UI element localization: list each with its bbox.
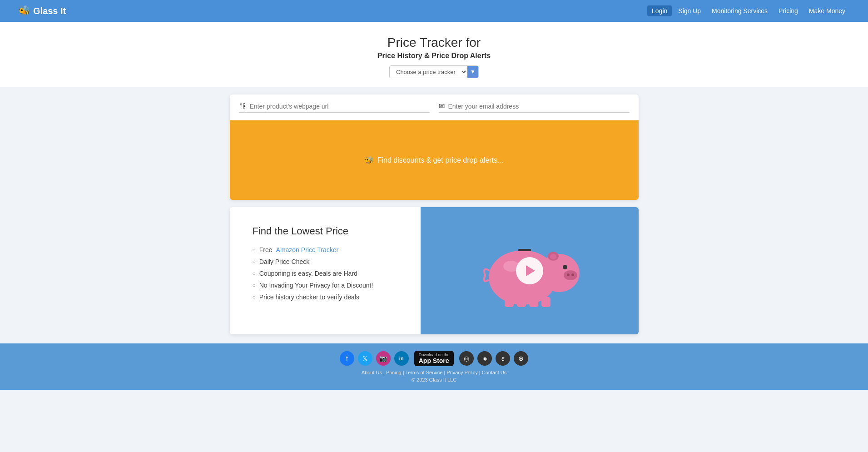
nav-monitoring[interactable]: Monitoring Services bbox=[707, 5, 772, 16]
appstore-label-small: Download on the bbox=[419, 353, 450, 357]
feature-text: Daily Price Check bbox=[259, 258, 309, 265]
footer-copyright: © 2023 Glass It LLC bbox=[9, 377, 859, 382]
appstore-button[interactable]: Download on the App Store bbox=[414, 351, 454, 366]
twitter-icon[interactable]: 𝕏 bbox=[358, 351, 372, 366]
footer-links: About Us | Pricing | Terms of Service | … bbox=[9, 370, 859, 375]
svg-rect-11 bbox=[541, 297, 551, 307]
main-nav: Login Sign Up Monitoring Services Pricin… bbox=[647, 5, 850, 16]
email-icon: ✉ bbox=[439, 102, 445, 110]
edge-icon[interactable]: ε bbox=[496, 351, 510, 366]
list-item: Free Amazon Price Tracker bbox=[253, 246, 402, 253]
nav-pricing[interactable]: Pricing bbox=[774, 5, 803, 16]
logo-icon: 🐝 bbox=[18, 5, 30, 17]
svg-rect-9 bbox=[517, 297, 526, 307]
list-item: Daily Price Check bbox=[253, 258, 402, 265]
tracker-select-button[interactable]: ▼ bbox=[467, 66, 478, 78]
features-title: Find the Lowest Price bbox=[253, 225, 402, 237]
logo-text: Glass It bbox=[33, 6, 66, 16]
list-item: No Invading Your Privacy for a Discount! bbox=[253, 282, 402, 289]
video-thumbnail[interactable] bbox=[480, 230, 580, 312]
tracker-select[interactable]: Choose a price tracker bbox=[390, 66, 467, 78]
footer-link-privacy[interactable]: Privacy Policy bbox=[446, 370, 477, 375]
tracker-select-wrapper[interactable]: Choose a price tracker ▼ bbox=[389, 65, 479, 78]
banner-text: 🐝 Find discounts & get price drop alerts… bbox=[365, 156, 503, 164]
svg-rect-10 bbox=[529, 297, 538, 307]
footer-link-about[interactable]: About Us bbox=[362, 370, 382, 375]
svg-point-4 bbox=[564, 270, 577, 280]
play-button[interactable] bbox=[516, 257, 543, 284]
banner-message: Find discounts & get price drop alerts..… bbox=[377, 156, 503, 164]
appstore-label-big: App Store bbox=[419, 357, 449, 364]
nav-makemoney[interactable]: Make Money bbox=[804, 5, 850, 16]
social-icon-1[interactable]: ◎ bbox=[459, 351, 474, 366]
header: 🐝 Glass It Login Sign Up Monitoring Serv… bbox=[0, 0, 868, 22]
link-icon: ⛓ bbox=[239, 102, 246, 110]
hero-section: Price Tracker for Price History & Price … bbox=[0, 22, 868, 87]
social-icon-2[interactable]: ◈ bbox=[477, 351, 492, 366]
play-triangle-icon bbox=[526, 265, 535, 276]
main-card: ⛓ ✉ 🐝 Find discounts & get price drop al… bbox=[230, 94, 639, 200]
svg-point-3 bbox=[563, 265, 567, 269]
features-list: Free Amazon Price Tracker Daily Price Ch… bbox=[253, 246, 402, 301]
features-video-area[interactable] bbox=[421, 207, 639, 334]
footer: f 𝕏 📷 in Download on the App Store ◎ ◈ ε… bbox=[0, 343, 868, 390]
amazon-price-tracker-link[interactable]: Amazon Price Tracker bbox=[276, 246, 339, 253]
svg-point-12 bbox=[550, 254, 556, 259]
features-card: Find the Lowest Price Free Amazon Price … bbox=[230, 207, 639, 334]
facebook-icon[interactable]: f bbox=[340, 351, 354, 366]
banner-icon: 🐝 bbox=[365, 156, 374, 164]
footer-social-icons: f 𝕏 📷 in Download on the App Store ◎ ◈ ε… bbox=[9, 351, 859, 366]
svg-point-6 bbox=[571, 273, 574, 276]
instagram-icon[interactable]: 📷 bbox=[376, 351, 391, 366]
url-input-group[interactable]: ⛓ bbox=[239, 102, 430, 113]
hero-subtitle: Price History & Price Drop Alerts bbox=[9, 52, 859, 60]
logo[interactable]: 🐝 Glass It bbox=[18, 5, 66, 17]
hero-title: Price Tracker for bbox=[9, 35, 859, 50]
input-area: ⛓ ✉ bbox=[230, 94, 639, 120]
nav-login[interactable]: Login bbox=[647, 5, 672, 16]
feature-text-plain: Free bbox=[259, 246, 273, 253]
nav-signup[interactable]: Sign Up bbox=[674, 5, 705, 16]
footer-link-contact[interactable]: Contact Us bbox=[482, 370, 506, 375]
compass-icon[interactable]: ⊕ bbox=[514, 351, 528, 366]
email-input-group[interactable]: ✉ bbox=[439, 102, 630, 113]
svg-rect-8 bbox=[505, 297, 514, 307]
email-input[interactable] bbox=[448, 103, 630, 110]
list-item: Couponing is easy. Deals are Hard bbox=[253, 270, 402, 277]
footer-link-pricing[interactable]: Pricing bbox=[386, 370, 402, 375]
list-item: Price history checker to verify deals bbox=[253, 293, 402, 301]
features-left: Find the Lowest Price Free Amazon Price … bbox=[230, 207, 421, 334]
feature-text: Couponing is easy. Deals are Hard bbox=[259, 270, 357, 277]
svg-rect-7 bbox=[518, 249, 531, 251]
orange-banner: 🐝 Find discounts & get price drop alerts… bbox=[230, 120, 639, 200]
feature-text: Price history checker to verify deals bbox=[259, 293, 359, 301]
linkedin-icon[interactable]: in bbox=[394, 351, 409, 366]
url-input[interactable] bbox=[250, 103, 430, 110]
svg-point-5 bbox=[567, 273, 570, 276]
feature-text: No Invading Your Privacy for a Discount! bbox=[259, 282, 373, 289]
footer-link-terms[interactable]: Terms of Service bbox=[405, 370, 442, 375]
